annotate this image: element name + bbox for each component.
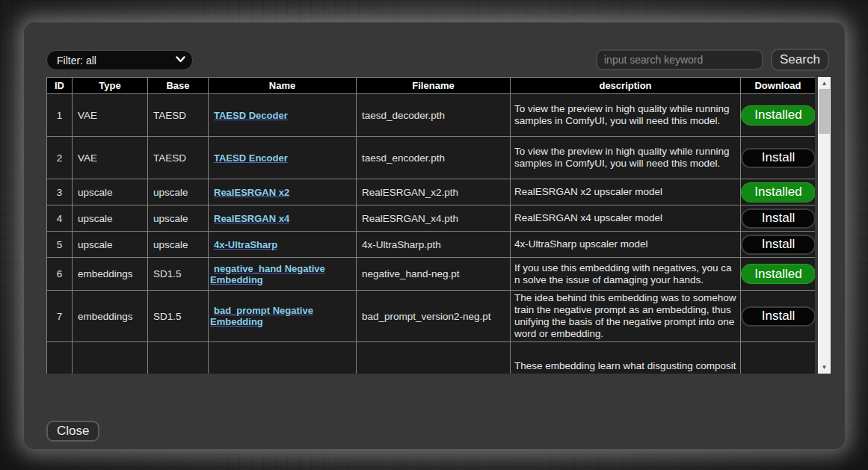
cell-type: embeddings (73, 291, 148, 342)
table-row: These embedding learn what disgusting co… (47, 342, 816, 374)
cell-type: VAE (73, 94, 148, 137)
install-models-dialog: Filter: all Search ID Type Base Name Fil… (24, 22, 845, 449)
install-button[interactable]: Installed (741, 182, 815, 202)
cell-id: 5 (47, 232, 73, 258)
cell-filename: taesd_encoder.pth (357, 137, 511, 179)
cell-description: To view the preview in high quality whil… (511, 137, 741, 179)
header-name: Name (209, 78, 357, 94)
model-name-link[interactable]: RealESRGAN x2 (214, 187, 289, 198)
table-row: 6 embeddings SD1.5 negative_hand Negativ… (47, 258, 816, 291)
cell-base: TAESD (148, 94, 209, 137)
table-row: 5 upscale upscale 4x-UltraSharp 4x-Ultra… (47, 232, 816, 258)
cell-base (148, 342, 209, 374)
model-name-link[interactable]: RealESRGAN x4 (214, 213, 289, 224)
scroll-up-icon[interactable]: ▲ (818, 78, 831, 89)
table-scrollbar[interactable]: ▲ ▼ (818, 77, 831, 374)
filter-select[interactable]: Filter: all (46, 50, 193, 70)
cell-description: 4x-UltraSharp upscaler model (511, 232, 741, 258)
header-id: ID (47, 78, 73, 94)
install-button[interactable]: Install (741, 148, 815, 168)
scroll-down-icon[interactable]: ▼ (818, 362, 831, 373)
cell-id: 4 (47, 205, 73, 232)
cell-description: The idea behind this embedding was to so… (511, 291, 741, 342)
table-header-row: ID Type Base Name Filename description D… (47, 78, 816, 94)
table-row: 1 VAE TAESD TAESD Decoder taesd_decoder.… (47, 94, 816, 137)
cell-filename: RealESRGAN_x4.pth (357, 205, 511, 232)
header-filename: Filename (357, 78, 511, 94)
cell-description: To view the preview in high quality whil… (511, 94, 741, 137)
cell-base: SD1.5 (148, 258, 209, 291)
close-button[interactable]: Close (46, 421, 99, 442)
cell-description: These embedding learn what disgusting co… (511, 342, 741, 374)
install-button[interactable]: Installed (741, 264, 815, 284)
cell-type (73, 342, 148, 374)
cell-filename: negative_hand-neg.pt (357, 258, 511, 291)
cell-id: 6 (47, 258, 73, 291)
cell-filename (357, 342, 511, 374)
cell-type: upscale (73, 205, 148, 232)
install-button[interactable]: Installed (741, 105, 815, 126)
install-button[interactable]: Install (741, 208, 815, 229)
cell-id (47, 342, 73, 374)
table-row: 7 embeddings SD1.5 bad_prompt Negative E… (47, 291, 816, 342)
model-name-link[interactable]: 4x-UltraSharp (214, 239, 277, 250)
install-button[interactable]: Install (741, 306, 815, 327)
header-base: Base (148, 78, 209, 94)
cell-description: RealESRGAN x4 upscaler model (511, 205, 741, 232)
models-table-wrap: ID Type Base Name Filename description D… (46, 77, 815, 374)
model-name-link[interactable]: bad_prompt Negative Embedding (210, 305, 313, 327)
cell-base: upscale (148, 205, 209, 232)
cell-description: RealESRGAN x2 upscaler model (511, 179, 741, 205)
cell-type: embeddings (73, 258, 148, 291)
search-button[interactable]: Search (771, 49, 829, 71)
cell-filename: bad_prompt_version2-neg.pt (357, 291, 511, 342)
header-type: Type (73, 78, 148, 94)
cell-filename: 4x-UltraSharp.pth (357, 232, 511, 258)
table-row: 2 VAE TAESD TAESD Encoder taesd_encoder.… (47, 137, 816, 179)
search-input[interactable] (596, 49, 763, 70)
cell-id: 2 (47, 137, 73, 179)
cell-type: VAE (73, 137, 148, 179)
cell-base: TAESD (148, 137, 209, 179)
cell-base: upscale (148, 179, 209, 205)
cell-type: upscale (73, 232, 148, 258)
cell-id: 7 (47, 291, 73, 342)
install-button[interactable]: Install (741, 235, 815, 255)
table-row: 3 upscale upscale RealESRGAN x2 RealESRG… (47, 179, 816, 205)
cell-filename: RealESRGAN_x2.pth (357, 179, 511, 205)
models-table: ID Type Base Name Filename description D… (46, 77, 815, 374)
cell-filename: taesd_decoder.pth (357, 94, 511, 137)
cell-base: upscale (148, 232, 209, 258)
header-description: description (511, 78, 741, 94)
model-name-link[interactable]: TAESD Encoder (214, 152, 288, 164)
cell-type: upscale (73, 179, 148, 205)
scrollbar-thumb[interactable] (819, 89, 830, 134)
cell-description: If you use this embedding with negatives… (511, 258, 741, 291)
table-row: 4 upscale upscale RealESRGAN x4 RealESRG… (47, 205, 816, 232)
cell-id: 1 (47, 94, 73, 137)
model-name-link[interactable]: negative_hand Negative Embedding (210, 263, 325, 285)
cell-id: 3 (47, 179, 73, 205)
model-name-link[interactable]: TAESD Decoder (214, 110, 288, 121)
header-download: Download (741, 78, 816, 94)
cell-base: SD1.5 (148, 291, 209, 342)
